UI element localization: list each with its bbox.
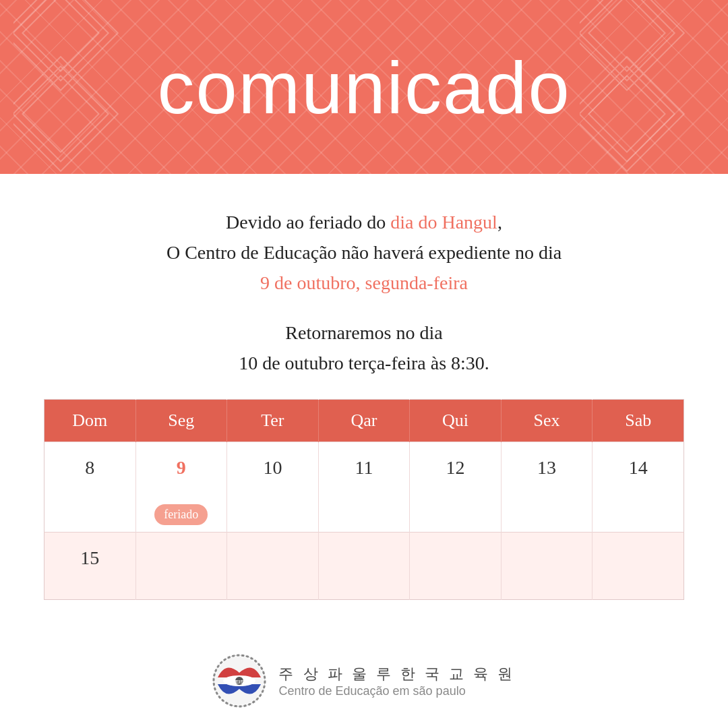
svg-rect-8 <box>580 0 684 90</box>
day-empty-1 <box>135 533 227 600</box>
footer-section: KEISP 주 상 파 울 루 한 국 교 육 원 Centro de Educ… <box>0 640 728 728</box>
calendar-header: Dom Seg Ter Qar Qui Sex Sab <box>44 400 684 442</box>
day-9: 9 feriado <box>135 442 227 533</box>
col-ter: Ter <box>227 400 319 442</box>
col-sex: Sex <box>501 400 593 442</box>
feriado-badge: feriado <box>154 504 208 525</box>
col-qui: Qui <box>410 400 502 442</box>
logo-text-container: 주 상 파 울 루 한 국 교 육 원 Centro de Educação e… <box>278 664 515 698</box>
right-diamond-pattern <box>580 0 715 174</box>
main-announcement: Devido ao feriado do dia do Hangul, O Ce… <box>166 208 562 298</box>
day-empty-4 <box>410 533 502 600</box>
page-title: comunicado <box>157 44 570 130</box>
day-empty-2 <box>227 533 319 600</box>
day-15: 15 <box>44 533 136 600</box>
svg-rect-3 <box>22 75 98 152</box>
svg-text:KEISP: KEISP <box>231 679 248 685</box>
col-dom: Dom <box>44 400 136 442</box>
return-line1: Retornaremos no dia <box>285 322 442 343</box>
col-sab: Sab <box>593 400 684 442</box>
day-empty-3 <box>318 533 410 600</box>
subtitle-text: Centro de Educação em são paulo <box>278 684 515 698</box>
hangul-highlight: dia do Hangul <box>390 212 497 233</box>
calendar-table: Dom Seg Ter Qar Qui Sex Sab 8 9 feriado <box>44 399 684 600</box>
svg-rect-1 <box>13 0 109 81</box>
return-announcement: Retornaremos no dia 10 de outubro terça-… <box>239 318 489 379</box>
text-line2: O Centro de Educação não haverá expedien… <box>166 242 562 263</box>
svg-rect-0 <box>22 0 98 71</box>
header-section: comunicado <box>0 0 728 174</box>
korean-text: 주 상 파 울 루 한 국 교 육 원 <box>278 664 515 684</box>
svg-rect-9 <box>588 75 665 152</box>
day-14: 14 <box>593 442 684 533</box>
day-11: 11 <box>318 442 410 533</box>
day-10: 10 <box>227 442 319 533</box>
left-diamond-pattern <box>13 0 148 174</box>
table-row: 15 <box>44 533 684 600</box>
day-empty-5 <box>501 533 593 600</box>
svg-rect-11 <box>580 57 684 171</box>
keisp-logo: KEISP <box>212 654 266 708</box>
day-empty-6 <box>593 533 684 600</box>
col-seg: Seg <box>135 400 227 442</box>
col-qar: Qar <box>318 400 410 442</box>
svg-rect-2 <box>13 0 118 90</box>
day-12: 12 <box>410 442 502 533</box>
day-8: 8 <box>44 442 136 533</box>
svg-rect-6 <box>588 0 665 71</box>
svg-rect-7 <box>580 0 675 81</box>
return-line2: 10 de outubro terça-feira às 8:30. <box>239 353 489 373</box>
text-line1: Devido ao feriado do dia do Hangul, <box>226 212 502 233</box>
date-highlight: 9 de outubro, segunda-feira <box>260 272 468 293</box>
day-13: 13 <box>501 442 593 533</box>
content-section: Devido ao feriado do dia do Hangul, O Ce… <box>0 174 728 640</box>
calendar-body: 8 9 feriado 10 11 12 13 14 15 <box>44 442 684 600</box>
table-row: 8 9 feriado 10 11 12 13 14 <box>44 442 684 533</box>
svg-rect-5 <box>13 57 118 171</box>
logo-container: KEISP 주 상 파 울 루 한 국 교 육 원 Centro de Educ… <box>212 654 515 708</box>
